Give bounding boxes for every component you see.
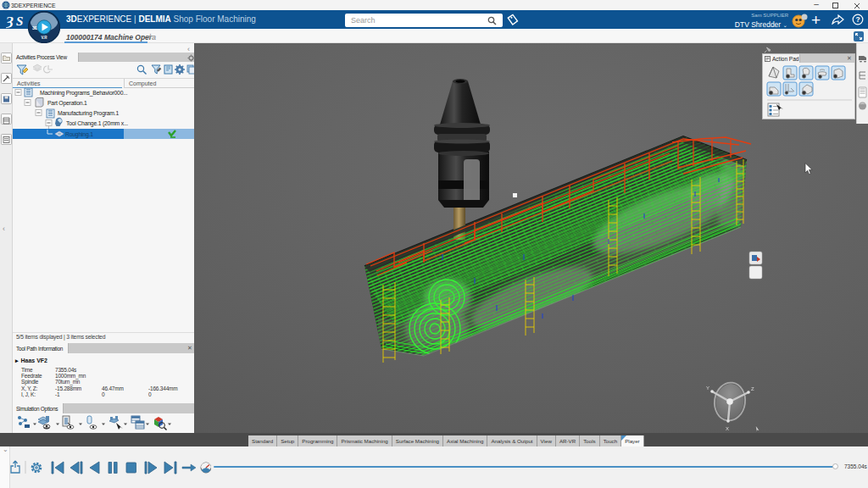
svg-text:Y: Y: [706, 385, 709, 391]
svg-text:Manufacturing Program.1: Manufacturing Program.1: [58, 110, 120, 117]
svg-text:Ȝ: Ȝ: [6, 14, 14, 29]
svg-text:X: X: [726, 426, 729, 431]
svg-text:S: S: [16, 14, 23, 28]
svg-text:Part Operation.1: Part Operation.1: [47, 100, 87, 107]
svg-text:Roughing.1: Roughing.1: [65, 131, 93, 138]
svg-text:Z: Z: [751, 386, 754, 391]
svg-text:Machining Programs_Behavior000: Machining Programs_Behavior000...: [40, 90, 128, 97]
svg-text:?: ?: [855, 15, 860, 24]
svg-text:V.R: V.R: [41, 36, 47, 40]
svg-text:Tool Change.1 (20mm x...: Tool Change.1 (20mm x...: [66, 120, 128, 127]
